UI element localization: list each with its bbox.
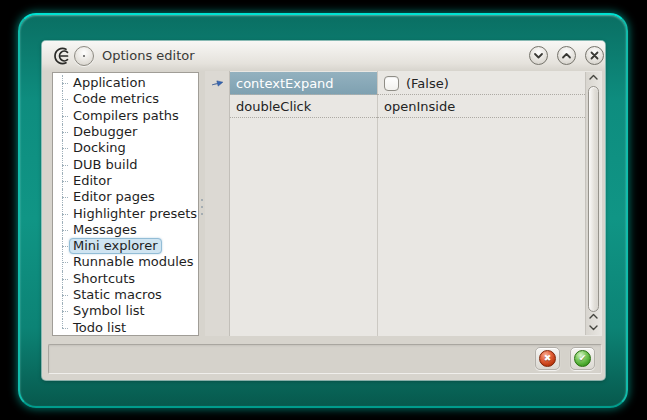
sidebar-item-label: Debugger: [69, 124, 141, 140]
sidebar-item-label: DUB build: [69, 157, 142, 173]
property-row-doubleClick[interactable]: doubleClickopenInside: [205, 95, 585, 118]
tree-branch-icon: [56, 108, 69, 124]
window-frame: Options editor Application: [18, 13, 628, 408]
sidebar-item-editor-pages[interactable]: Editor pages: [56, 189, 198, 205]
close-icon: [588, 49, 601, 62]
sidebar-item-label: Docking: [69, 140, 130, 156]
sidebar-item-label: Application: [69, 75, 150, 91]
desktop-background: Options editor Application: [0, 0, 647, 420]
splitter-handle[interactable]: [200, 199, 204, 215]
sidebar-item-todo-list[interactable]: Todo list: [56, 319, 198, 335]
sidebar-item-editor[interactable]: Editor: [56, 173, 198, 189]
property-grid-rows: contextExpand(False)doubleClickopenInsid…: [205, 72, 585, 118]
sidebar-item-code-metrics[interactable]: Code metrics: [56, 91, 198, 107]
sidebar-item-highlighter-presets[interactable]: Highlighter presets: [56, 205, 198, 221]
sidebar-item-label: Highlighter presets: [69, 206, 199, 222]
sidebar-item-label: Static macros: [69, 287, 166, 303]
accept-check-icon: ✔: [574, 350, 591, 367]
tree-branch-icon: [56, 303, 69, 319]
tree-branch-icon: [56, 91, 69, 107]
sidebar-item-label: Symbol list: [69, 303, 149, 319]
tree-branch-icon: [56, 222, 69, 238]
sidebar-item-static-macros[interactable]: Static macros: [56, 287, 198, 303]
sidebar-item-symbol-list[interactable]: Symbol list: [56, 303, 198, 319]
property-value-label: openInside: [384, 99, 455, 114]
scrollbar-bottom-buttons: [586, 311, 601, 333]
tree-branch-icon: [56, 205, 69, 221]
property-value[interactable]: (False): [377, 72, 585, 95]
sidebar-item-label: Runnable modules: [69, 254, 198, 270]
sidebar-item-label: Editor: [69, 173, 115, 189]
property-name[interactable]: doubleClick: [230, 95, 377, 118]
tree-branch-icon: [56, 173, 69, 189]
sidebar-item-dub-build[interactable]: DUB build: [56, 156, 198, 172]
window-menu-button[interactable]: [74, 46, 94, 66]
minimize-button[interactable]: [529, 46, 548, 65]
sidebar-item-label: Editor pages: [69, 189, 159, 205]
sidebar-item-application[interactable]: Application: [56, 75, 198, 91]
chevron-down-icon: [589, 324, 598, 331]
tree-branch-icon: [56, 287, 69, 303]
sidebar-item-label: Mini explorer: [69, 238, 162, 254]
tree-branch-icon: [56, 271, 69, 287]
chevron-down-icon: [532, 49, 545, 62]
property-value[interactable]: openInside: [377, 95, 585, 118]
scrollbar-thumb[interactable]: [588, 86, 599, 312]
chevron-up-icon: [589, 74, 598, 81]
titlebar[interactable]: Options editor: [42, 41, 605, 71]
property-value-label: (False): [406, 76, 449, 91]
property-name[interactable]: contextExpand: [230, 72, 377, 95]
chevron-up-icon: [560, 49, 573, 62]
tree-branch-icon: [56, 238, 69, 254]
app-icon: [51, 45, 73, 67]
footer-panel: [48, 344, 602, 374]
scroll-up-button[interactable]: [586, 72, 601, 83]
sidebar-item-label: Todo list: [69, 320, 130, 336]
tree-branch-icon: [56, 124, 69, 140]
sidebar-item-docking[interactable]: Docking: [56, 140, 198, 156]
checkbox-unchecked[interactable]: [384, 76, 399, 91]
row-gutter-cell: [205, 72, 230, 95]
cancel-button[interactable]: ✖: [535, 347, 560, 370]
sidebar-item-label: Compilers paths: [69, 108, 183, 124]
scroll-down-button[interactable]: [589, 322, 598, 333]
tree-branch-icon: [56, 140, 69, 156]
sidebar-item-label: Messages: [69, 222, 141, 238]
sidebar-item-messages[interactable]: Messages: [56, 222, 198, 238]
ok-button[interactable]: ✔: [570, 347, 595, 370]
sidebar-item-mini-explorer[interactable]: Mini explorer: [56, 238, 198, 254]
window-title: Options editor: [102, 41, 195, 71]
row-gutter-cell: [205, 95, 230, 118]
sidebar-item-label: Shortcuts: [69, 271, 139, 287]
property-row-contextExpand[interactable]: contextExpand(False): [205, 72, 585, 95]
tree-branch-icon: [56, 254, 69, 270]
options-category-tree[interactable]: ApplicationCode metricsCompilers pathsDe…: [52, 72, 199, 336]
maximize-button[interactable]: [557, 46, 576, 65]
tree-branch-icon: [56, 156, 69, 172]
sidebar-item-runnable-modules[interactable]: Runnable modules: [56, 254, 198, 270]
sidebar-item-shortcuts[interactable]: Shortcuts: [56, 271, 198, 287]
tree-branch-icon: [56, 319, 69, 335]
sidebar-item-label: Code metrics: [69, 91, 163, 107]
tree-branch-icon: [56, 189, 69, 205]
options-editor-window: Options editor Application: [42, 41, 605, 380]
sidebar-item-debugger[interactable]: Debugger: [56, 124, 198, 140]
chevron-up-icon: [589, 313, 598, 320]
property-grid[interactable]: contextExpand(False)doubleClickopenInsid…: [205, 71, 602, 336]
tree-branch-icon: [56, 75, 69, 91]
cancel-x-icon: ✖: [539, 350, 556, 367]
sidebar-item-compilers-paths[interactable]: Compilers paths: [56, 108, 198, 124]
vertical-scrollbar[interactable]: [585, 72, 601, 335]
selected-row-arrow-icon: [210, 77, 225, 91]
scroll-up-button-alt[interactable]: [589, 311, 598, 322]
close-button[interactable]: [585, 46, 604, 65]
